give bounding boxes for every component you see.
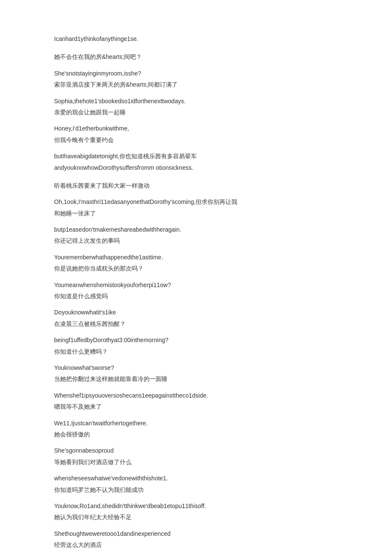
content-block: 你知道是什么感觉吗Doyouknowwhatit's1ike xyxy=(54,291,338,317)
content-block: 你是说她把你当成枕头的那次吗？Youmeanwhenshemistookyouf… xyxy=(54,264,338,290)
line-english-14: We11,Ijustcan'twaitforhertogethere. xyxy=(54,418,338,428)
content-block: 嗯我等不及她来了We11,Ijustcan'twaitforhertogethe… xyxy=(54,402,338,428)
line-chinese-16: 等她看到我们对酒店做了什么 xyxy=(54,457,338,467)
content-block: andyouknowhowDorothysuffersfromm otionsi… xyxy=(54,163,338,179)
content-block: 你知道吗罗兰她不认为我们能成功Youknow,Ro1and,shedidn'tt… xyxy=(54,485,338,511)
line-english-7: butp1easedon'tmakemeshareabedwithheragai… xyxy=(54,225,338,234)
line-chinese-17: 你知道吗罗兰她不认为我们能成功 xyxy=(54,485,338,494)
line-chinese-6: 听着桃乐茜要来了我和大家一样激动 xyxy=(54,181,338,190)
content-block: 但我今晚有个重要约会butIhaveabigdatetonight,你也知道桃乐… xyxy=(54,135,338,161)
content-block: 她不会住在我的房&hearts;间吧？She'snotstayinginmyro… xyxy=(54,52,338,78)
line-chinese-10: 你知道是什么感觉吗 xyxy=(54,291,338,301)
line-english-8: Yourememberwhathappenedthe1asttime. xyxy=(54,253,338,262)
line-chinese-12: 你知道什么更糟吗？ xyxy=(54,347,338,356)
line-chinese-3: 亲爱的我会让她跟我一起睡 xyxy=(54,108,338,117)
line-chinese-19: 经营这么大的酒店 xyxy=(54,540,338,549)
line-chinese-13: 当她把你翻过来这样她就能靠着冷的一面睡 xyxy=(54,374,338,384)
content-block: Icanhard1ythinkofanythinge1se. xyxy=(54,34,338,50)
line-chinese-0: Icanhard1ythinkofanythinge1se. xyxy=(54,34,338,44)
line-english-18: Shethoughtweweretooo1dandinexperienced xyxy=(54,529,338,538)
line-english-3: Honey,I'd1etherbunkwithme, xyxy=(54,124,338,133)
content-block: 她会很骄傲的She'sgonnabesoproud xyxy=(54,430,338,456)
content-block: 你知道什么更糟吗？Youknowwhat'sworse? xyxy=(54,347,338,373)
line-chinese-7: 和她睡一张床了 xyxy=(54,209,338,218)
content-block: 等她看到我们对酒店做了什么whensheseeswhatwe'vedonewit… xyxy=(54,457,338,483)
line-english-17: Youknow,Ro1and,shedidn'tthinkwe'dbeab1et… xyxy=(54,501,338,511)
line-english-11: beingf1uffedbyDorothyat3:00inthemorning? xyxy=(54,335,338,345)
content-block: 听着桃乐茜要来了我和大家一样激动Oh,1ook,I'masthri11edasa… xyxy=(54,181,338,207)
line-english-10: Doyouknowwhatit's1ike xyxy=(54,308,338,317)
content-block: 她认为我们年纪太大经验不足Shethoughtweweretooo1dandin… xyxy=(54,512,338,538)
line-english-15: She'sgonnabesoproud xyxy=(54,446,338,455)
main-content: Icanhard1ythinkofanythinge1se.她不会住在我的房&h… xyxy=(54,34,338,555)
line-chinese-5: andyouknowhowDorothysuffersfromm otionsi… xyxy=(54,163,338,172)
content-block: 在凌晨三点被桃乐茜拍醒？beingf1uffedbyDorothyat3:00i… xyxy=(54,319,338,345)
content-block: 经营这么大的酒店 xyxy=(54,540,338,555)
line-english-2: Sophia,thehote1'sbookedso1idforthenexttw… xyxy=(54,96,338,106)
line-english-1: She'snotstayinginmyroom,isshe? xyxy=(54,69,338,78)
line-chinese-2: 索菲亚酒店接下来两天的房&hearts;间都订满了 xyxy=(54,80,338,89)
line-chinese-4: 但我今晚有个重要约会 xyxy=(54,135,338,145)
content-block: 当她把你翻过来这样她就能靠着冷的一面睡Whenshef1ipsyouoverso… xyxy=(54,374,338,400)
line-chinese-8: 你还记得上次发生的事吗 xyxy=(54,236,338,245)
line-english-16: whensheseeswhatwe'vedonewiththishote1. xyxy=(54,474,338,483)
content-block: 和她睡一张床了butp1easedon'tmakemeshareabedwith… xyxy=(54,209,338,235)
line-english-9: Youmeanwhenshemistookyouforherpi11ow? xyxy=(54,280,338,290)
line-chinese-9: 你是说她把你当成枕头的那次吗？ xyxy=(54,264,338,273)
content-block: 你还记得上次发生的事吗Yourememberwhathappenedthe1as… xyxy=(54,236,338,262)
line-chinese-15: 她会很骄傲的 xyxy=(54,430,338,439)
line-english-6: Oh,1ook,I'masthri11edasanyonethatDorothy… xyxy=(54,197,338,206)
line-chinese-11: 在凌晨三点被桃乐茜拍醒？ xyxy=(54,319,338,328)
line-english-12: Youknowwhat'sworse? xyxy=(54,363,338,372)
line-english-13: Whenshef1ipsyouoversoshecans1eepagainstt… xyxy=(54,391,338,400)
line-chinese-18: 她认为我们年纪太大经验不足 xyxy=(54,512,338,522)
content-block: 亲爱的我会让她跟我一起睡Honey,I'd1etherbunkwithme, xyxy=(54,108,338,134)
line-chinese-1: 她不会住在我的房&hearts;间吧？ xyxy=(54,52,338,61)
content-block: 索菲亚酒店接下来两天的房&hearts;间都订满了Sophia,thehote1… xyxy=(54,80,338,106)
line-english-4: butIhaveabigdatetonight,你也知道桃乐茜有多容易晕车 xyxy=(54,151,338,161)
line-chinese-14: 嗯我等不及她来了 xyxy=(54,402,338,411)
